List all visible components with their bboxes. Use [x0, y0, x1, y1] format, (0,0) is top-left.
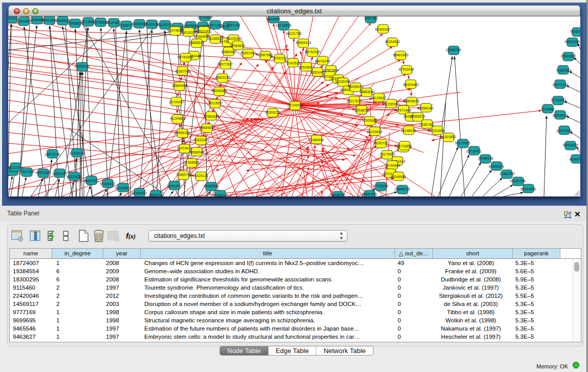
- svg-text:16848764: 16848764: [446, 48, 461, 52]
- svg-text:87490893: 87490893: [194, 35, 209, 38]
- svg-text:58586340: 58586340: [418, 106, 433, 110]
- svg-text:95899313: 95899313: [296, 41, 311, 45]
- svg-text:81971316: 81971316: [553, 83, 568, 86]
- svg-text:49349722: 49349722: [569, 158, 580, 161]
- svg-text:93016315: 93016315: [181, 31, 197, 34]
- svg-text:10872248: 10872248: [45, 152, 60, 156]
- svg-text:83140807: 83140807: [115, 186, 130, 190]
- svg-text:98753260: 98753260: [178, 55, 193, 59]
- svg-text:97226012: 97226012: [100, 182, 115, 186]
- svg-text:58181396: 58181396: [510, 179, 526, 183]
- svg-text:88320463: 88320463: [403, 83, 419, 86]
- svg-text:13561597: 13561597: [52, 172, 68, 176]
- svg-text:18724007: 18724007: [287, 103, 302, 107]
- svg-text:22201654: 22201654: [429, 129, 445, 133]
- svg-text:60929647: 60929647: [298, 65, 314, 69]
- svg-text:35808537: 35808537: [189, 41, 204, 45]
- svg-text:52235350: 52235350: [384, 102, 399, 106]
- svg-text:28740864: 28740864: [385, 164, 400, 167]
- svg-text:67503414: 67503414: [399, 68, 414, 71]
- svg-text:42857966: 42857966: [257, 53, 273, 57]
- svg-text:3215958: 3215958: [541, 107, 555, 111]
- svg-text:58966946: 58966946: [189, 150, 204, 154]
- svg-text:63606628: 63606628: [404, 99, 419, 103]
- svg-text:36687537: 36687537: [83, 179, 99, 183]
- svg-text:95225343: 95225343: [226, 37, 242, 40]
- svg-text:99949389: 99949389: [211, 89, 227, 93]
- svg-text:55176955: 55176955: [455, 141, 470, 145]
- svg-text:91030736: 91030736: [570, 30, 580, 33]
- svg-text:38119557: 38119557: [208, 101, 223, 105]
- svg-text:78387461: 78387461: [419, 123, 434, 126]
- svg-text:41244663: 41244663: [170, 117, 185, 120]
- svg-text:85345555: 85345555: [390, 175, 406, 179]
- svg-text:15831819: 15831819: [560, 54, 576, 58]
- svg-text:20709497: 20709497: [169, 100, 184, 104]
- svg-text:46231783: 46231783: [286, 32, 301, 35]
- svg-text:66722344: 66722344: [8, 166, 23, 169]
- svg-text:84093639: 84093639: [563, 143, 578, 147]
- svg-text:45264581: 45264581: [385, 40, 400, 43]
- svg-text:60806024: 60806024: [553, 114, 568, 117]
- svg-text:48840994: 48840994: [172, 84, 187, 87]
- svg-text:8813054: 8813054: [267, 17, 280, 21]
- svg-text:2687682: 2687682: [364, 16, 378, 20]
- svg-text:19384554: 19384554: [309, 138, 324, 142]
- svg-text:81691040: 81691040: [241, 51, 256, 55]
- svg-text:31831063: 31831063: [193, 138, 209, 142]
- svg-text:45503389: 45503389: [564, 40, 580, 43]
- svg-text:57683626: 57683626: [204, 115, 219, 118]
- svg-text:47338124: 47338124: [212, 193, 228, 196]
- svg-text:71662963: 71662963: [556, 69, 571, 72]
- svg-text:97971488: 97971488: [396, 108, 411, 112]
- svg-text:28053346: 28053346: [74, 64, 90, 68]
- svg-text:7357244: 7357244: [227, 24, 241, 27]
- svg-text:47295260: 47295260: [373, 184, 388, 188]
- svg-text:26753883: 26753883: [551, 98, 566, 102]
- svg-text:40587988: 40587988: [175, 70, 190, 73]
- svg-text:29175900: 29175900: [380, 152, 395, 156]
- svg-text:55667651: 55667651: [362, 192, 378, 196]
- svg-text:70855700: 70855700: [176, 173, 191, 177]
- svg-text:61019678: 61019678: [177, 146, 192, 150]
- svg-text:18883684: 18883684: [359, 90, 375, 94]
- svg-text:63100814: 63100814: [367, 130, 382, 134]
- svg-text:59684848: 59684848: [200, 126, 215, 129]
- svg-text:28566572: 28566572: [410, 115, 425, 118]
- svg-text:85329037: 85329037: [67, 175, 82, 179]
- svg-text:96977837: 96977837: [217, 62, 233, 66]
- svg-text:39587039: 39587039: [148, 193, 164, 196]
- svg-text:25300275: 25300275: [265, 111, 280, 114]
- svg-text:19218506: 19218506: [276, 24, 291, 27]
- svg-text:30868105: 30868105: [395, 187, 410, 191]
- svg-text:82340307: 82340307: [375, 28, 390, 31]
- svg-text:23556182: 23556182: [175, 131, 190, 135]
- svg-text:31429110: 31429110: [69, 151, 84, 155]
- svg-text:45833156: 45833156: [215, 76, 230, 79]
- svg-text:94374605: 94374605: [167, 29, 183, 32]
- svg-text:23718431: 23718431: [466, 149, 482, 153]
- svg-text:76238574: 76238574: [401, 129, 416, 133]
- svg-text:32969840: 32969840: [230, 44, 245, 48]
- svg-text:56164955: 56164955: [520, 187, 536, 191]
- svg-text:88461803: 88461803: [393, 53, 408, 57]
- svg-text:95320121: 95320121: [193, 174, 208, 178]
- svg-text:72043515: 72043515: [285, 61, 300, 65]
- svg-text:96282117: 96282117: [373, 141, 388, 145]
- svg-text:52339391: 52339391: [335, 80, 351, 83]
- svg-text:38898923: 38898923: [330, 193, 345, 196]
- svg-text:45935572: 45935572: [348, 85, 363, 89]
- svg-text:22448136: 22448136: [478, 157, 493, 160]
- svg-text:16033809: 16033809: [197, 16, 212, 19]
- svg-text:77827638: 77827638: [19, 170, 34, 173]
- svg-text:24716857: 24716857: [397, 144, 412, 148]
- svg-text:10671355: 10671355: [207, 24, 223, 27]
- svg-text:47308985: 47308985: [184, 161, 199, 164]
- svg-text:84752529: 84752529: [305, 50, 320, 54]
- svg-text:19583482: 19583482: [221, 50, 236, 54]
- svg-text:60992979: 60992979: [489, 165, 504, 168]
- svg-text:16323852: 16323852: [441, 135, 456, 139]
- svg-text:77005685: 77005685: [362, 119, 377, 122]
- svg-text:31931511: 31931511: [272, 56, 288, 60]
- svg-text:22981052: 22981052: [499, 172, 515, 176]
